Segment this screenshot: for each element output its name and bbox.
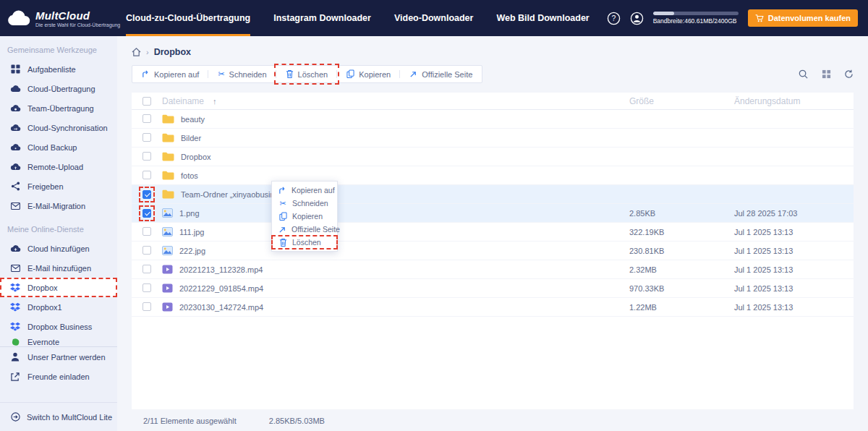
sidebar-item-e-mail-migration[interactable]: E-Mail-Migration (0, 196, 117, 216)
table-row[interactable]: Team-Ordner „xinyaobusiness“ (132, 185, 854, 204)
switch-to-lite-button[interactable]: Switch to MultCloud Lite (0, 402, 117, 431)
table-row[interactable]: 111.jpg322.19KBJul 1 2025 13:13 (132, 223, 854, 242)
sidebar-item-remote-upload[interactable]: Remote-Upload (0, 157, 117, 176)
sidebar-item-cloud-backup[interactable]: Cloud Backup (0, 137, 117, 157)
sidebar-item-freunde-einladen[interactable]: Freunde einladen (0, 367, 117, 386)
search-icon[interactable] (798, 69, 809, 80)
column-header-date[interactable]: Änderungsdatum (734, 96, 854, 106)
row-checkbox[interactable] (142, 302, 151, 311)
file-name: 20221213_112328.mp4 (179, 265, 263, 274)
help-icon[interactable]: ? (607, 12, 621, 25)
file-name-cell: 20221229_091854.mp4 (162, 283, 629, 293)
sidebar-item-team-bertragung[interactable]: Team-Übertragung (0, 98, 117, 118)
sidebar-item-label: Cloud-Übertragung (27, 85, 95, 93)
row-checkbox[interactable] (142, 190, 151, 199)
sidebar-section-label: Gemeinsame Werkzeuge (0, 36, 117, 59)
table-row[interactable]: 1.png2.85KBJul 28 2025 17:03 (132, 204, 854, 223)
sidebar-item-dropbox-business[interactable]: Dropbox Business (0, 317, 117, 336)
row-checkbox[interactable] (142, 114, 151, 123)
context-menu-item-schneiden[interactable]: ✂Schneiden (272, 197, 337, 210)
sidebar-item-freigeben[interactable]: Freigeben (0, 176, 117, 196)
toolbar-button-schneiden[interactable]: ✂Schneiden (208, 66, 276, 82)
row-checkbox[interactable] (142, 209, 151, 218)
context-menu-item-l-schen[interactable]: Löschen (272, 236, 337, 249)
file-name-cell: Bilder (162, 133, 629, 142)
video-icon (162, 265, 173, 274)
file-name: 20230130_142724.mp4 (179, 303, 263, 312)
table-row[interactable]: 222.jpg230.81KBJul 1 2025 13:13 (132, 242, 854, 260)
file-name-cell: beauty (162, 114, 629, 124)
sidebar-footer: Unser Partner werdenFreunde einladen (0, 347, 117, 386)
table-row[interactable]: Bilder (132, 129, 854, 148)
row-checkbox[interactable] (142, 133, 151, 142)
sidebar-item-unser-partner-werden[interactable]: Unser Partner werden (0, 347, 117, 367)
refresh-icon[interactable] (844, 69, 854, 79)
sidebar-item-cloud-bertragung[interactable]: Cloud-Übertragung (0, 79, 117, 98)
row-checkbox[interactable] (142, 171, 151, 179)
sidebar-item-dropbox1[interactable]: Dropbox1 (0, 297, 117, 317)
table-row[interactable]: beauty (132, 110, 854, 129)
file-date: Jul 1 2025 13:13 (734, 265, 854, 274)
file-size: 2.32MB (629, 265, 734, 274)
column-header-size[interactable]: Größe (629, 96, 734, 106)
row-checkbox[interactable] (142, 227, 151, 236)
nav-tab-cloud-zu-cloud-bertragung[interactable]: Cloud-zu-Cloud-Übertragung (126, 0, 250, 36)
row-checkbox[interactable] (142, 283, 151, 292)
column-header-name[interactable]: Dateiname (162, 96, 204, 106)
folder-icon (162, 171, 174, 180)
share-icon (9, 182, 21, 191)
table-row[interactable]: 20221213_112328.mp42.32MBJul 1 2025 13:1… (132, 260, 854, 279)
checkbox-wrap (142, 302, 151, 312)
file-name: Bilder (181, 134, 201, 142)
table-row[interactable]: Dropbox (132, 148, 854, 166)
toolbar-button-offizielle-seite[interactable]: Offizielle Seite (400, 66, 482, 82)
context-menu-item-kopieren[interactable]: Kopieren (272, 210, 337, 223)
row-checkbox[interactable] (142, 246, 151, 255)
row-checkbox-cell (132, 114, 162, 124)
home-icon[interactable] (132, 48, 141, 56)
row-checkbox-cell (132, 246, 162, 256)
grid-view-icon[interactable] (822, 69, 831, 79)
image-icon (162, 227, 173, 236)
select-all-checkbox[interactable] (142, 97, 151, 106)
context-menu-item-label: Offizielle Seite (292, 225, 340, 234)
row-checkbox[interactable] (142, 265, 151, 273)
bandwidth-progressbar (653, 12, 739, 15)
row-checkbox-cell (132, 227, 162, 237)
folder-icon (162, 114, 174, 124)
context-menu-item-offizielle-seite[interactable]: Offizielle Seite (272, 223, 337, 236)
video-icon (162, 283, 173, 293)
toolbar-button-l-schen[interactable]: Löschen (276, 66, 338, 82)
sort-ascending-icon[interactable]: ↑ (213, 97, 217, 106)
logo-text: MultCloud Die erste Wahl für Cloud-Übert… (35, 9, 120, 27)
table-row[interactable]: 20221229_091854.mp4970.33KBJul 1 2025 13… (132, 279, 854, 298)
sidebar-item-label: E-Mail hinzufügen (27, 264, 91, 273)
row-checkbox[interactable] (142, 152, 151, 161)
nav-tab-video-downloader[interactable]: Video-Downloader (394, 0, 474, 36)
sidebar-item-evernote[interactable]: Evernote (0, 336, 117, 346)
toolbar-button-label: Löschen (298, 70, 328, 79)
table-header-row: Dateiname ↑ Größe Änderungsdatum (132, 93, 854, 110)
dropbox-icon (9, 322, 21, 331)
sidebar-item-cloud-synchronisation[interactable]: Cloud-Synchronisation (0, 118, 117, 137)
context-menu-item-kopieren-auf[interactable]: Kopieren auf (272, 184, 337, 197)
nav-tab-web-bild-downloader[interactable]: Web Bild Downloader (496, 0, 589, 36)
table-row[interactable]: fotos (132, 166, 854, 185)
row-checkbox-cell (132, 283, 162, 294)
sidebar-item-aufgabenliste[interactable]: Aufgabenliste (0, 59, 117, 79)
buy-data-button[interactable]: Datenvolumen kaufen (748, 9, 858, 27)
user-account-icon[interactable] (630, 12, 644, 25)
file-name-cell: Dropbox (162, 152, 629, 161)
table-row[interactable]: 20230130_142724.mp41.22MBJul 1 2025 13:1… (132, 298, 854, 317)
toolbar-button-label: Kopieren (359, 70, 391, 79)
task-list-icon (9, 64, 21, 74)
toolbar-button-kopieren-auf[interactable]: Kopieren auf (132, 66, 208, 82)
sidebar-item-e-mail-hinzuf-gen[interactable]: E-Mail hinzufügen (0, 258, 117, 278)
checkbox-wrap (142, 265, 151, 275)
toolbar-button-kopieren[interactable]: Kopieren (337, 66, 400, 82)
evernote-icon (9, 338, 21, 346)
nav-tab-instagram-downloader[interactable]: Instagram Downloader (273, 0, 371, 36)
file-date: Jul 1 2025 13:13 (734, 303, 854, 312)
sidebar-item-dropbox[interactable]: Dropbox (0, 278, 117, 297)
sidebar-item-cloud-hinzuf-gen[interactable]: Cloud hinzufügen (0, 239, 117, 258)
